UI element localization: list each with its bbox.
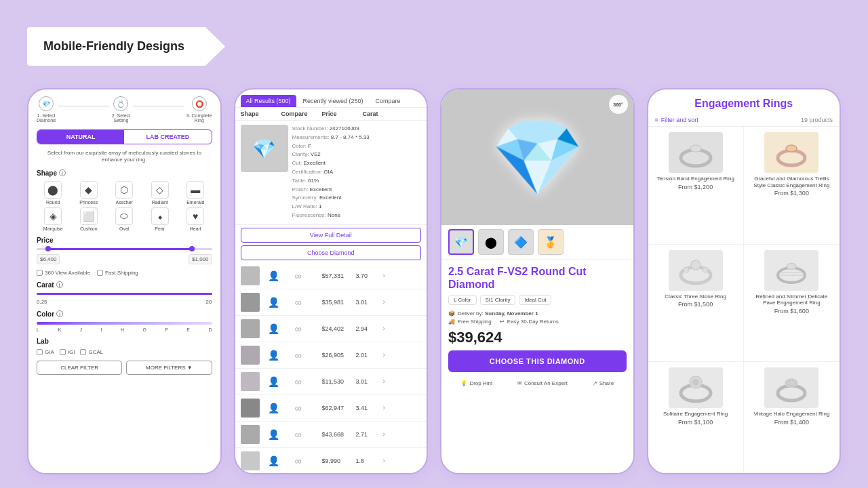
thumb-3[interactable]: 🔷 — [508, 229, 534, 255]
svg-point-14 — [778, 386, 805, 401]
ring-name-5: Solitaire Engagement Ring — [663, 411, 728, 418]
shape-oval[interactable]: ⬭ Oval — [108, 207, 141, 231]
diamond-image-area: 💎 360° — [441, 89, 633, 225]
shipping-row: 🚚 Free Shipping ↩ Easy 30-Day Returns — [448, 319, 627, 325]
ring-item-3[interactable]: Classic Three Stone Ring From $1,500 — [648, 245, 744, 363]
phone4-content: Engagement Rings ≡ Filter and sort 19 pr… — [648, 89, 840, 473]
consult-expert-action[interactable]: ✉ Consult An Expert — [517, 380, 568, 386]
color-slider[interactable] — [37, 322, 212, 325]
color-labels: L K J I H G F E D — [37, 327, 212, 332]
ring-name-6: Vintage Halo Engagement Ring — [753, 411, 829, 418]
price-max: $1,000 — [189, 254, 212, 264]
shape-marquise[interactable]: ◈ Marquise — [37, 207, 70, 231]
results-columns: Shape Compare Price Carat — [235, 108, 427, 121]
list-item[interactable]: 👤 ∞ $35,981 3.01 › — [235, 289, 427, 316]
diamond-image: 💎 — [491, 114, 584, 201]
shape-asscher[interactable]: ⬡ Asscher — [108, 181, 141, 205]
carat-info-icon: i — [56, 281, 63, 288]
thumb-2[interactable]: ⬤ — [478, 229, 504, 255]
svg-point-5 — [691, 260, 701, 270]
carat-slider[interactable] — [37, 293, 212, 295]
products-count: 19 products — [801, 117, 833, 123]
ring-item-4[interactable]: Refined and Slimmer Delicate Pave Engage… — [744, 245, 840, 363]
rings-grid: Tension Band Engagement Ring From $1,200… — [648, 127, 840, 473]
share-action[interactable]: ↗ Share — [593, 380, 614, 386]
price-range: $6,400 $1,000 — [37, 254, 212, 264]
list-item[interactable]: 👤 ∞ $11,530 3.01 › — [235, 369, 427, 395]
diamond-price: $39,624 — [448, 329, 627, 346]
ring-item-1[interactable]: Tension Band Engagement Ring From $1,200 — [648, 127, 744, 245]
checkbox-shipping[interactable]: Fast Shipping — [97, 270, 138, 276]
rings-title: Engagement Rings — [648, 89, 840, 114]
svg-point-3 — [786, 145, 797, 152]
page-title: Mobile-Friendly Designs — [43, 39, 184, 54]
view-full-detail-button[interactable]: View Full Detail — [241, 228, 422, 243]
detail-content: 2.5 Carat F-VS2 Round Cut Diamond L Colo… — [441, 260, 633, 473]
list-item[interactable]: 👤 ∞ $62,947 3.41 › — [235, 395, 427, 422]
svg-point-7 — [703, 267, 708, 272]
tab-compare[interactable]: Compare — [370, 95, 406, 107]
price-thumb-min[interactable] — [45, 246, 51, 251]
svg-rect-10 — [779, 272, 804, 275]
col-carat: Carat — [363, 110, 397, 117]
ring-name-1: Tension Band Engagement Ring — [656, 176, 734, 182]
natural-toggle[interactable]: NATURAL — [37, 130, 124, 144]
price-thumb-max[interactable] — [189, 246, 195, 251]
shape-heart[interactable]: ♥ Heart — [179, 207, 212, 231]
lab-created-toggle[interactable]: LAB CREATED — [124, 130, 211, 144]
list-item[interactable]: 👤 ∞ $43,668 2.71 › — [235, 422, 427, 448]
tab-all-results[interactable]: All Results (500) — [241, 95, 296, 107]
list-item[interactable]: 👤 ∞ $57,331 3.70 › — [235, 263, 427, 289]
step-connector-1 — [58, 106, 109, 106]
carat-section: Carat i 0.25 20 — [37, 281, 212, 305]
phone-filter: 💎 1. SelectDiamond 💍 2. SelectSetting ⭕ … — [27, 88, 222, 474]
lab-igi[interactable]: IGI — [60, 349, 75, 355]
results-list: 👤 ∞ $57,331 3.70 › 👤 ∞ $35,981 3.01 › 👤 — [235, 263, 427, 473]
badge-cut: Ideal Cut — [519, 295, 551, 305]
ring-name-2: Graceful and Glamorous Trellis Style Cla… — [749, 176, 834, 188]
lab-section: Lab GIA IGI GCAL — [37, 338, 212, 355]
svg-point-1 — [690, 145, 701, 152]
shape-section-title: Shape i — [37, 169, 212, 177]
rings-filter-bar: ≡ Filter and sort 19 products — [648, 114, 840, 127]
choose-diamond-button[interactable]: CHOOSE THIS DIAMOND — [448, 350, 627, 372]
detail-info: Stock Number: 2427106J09 Measurements: 8… — [292, 125, 370, 220]
shape-pear[interactable]: ⬥ Pear — [144, 207, 177, 231]
lab-gia[interactable]: GIA — [37, 349, 54, 355]
filter-sort-button[interactable]: ≡ Filter and sort — [655, 117, 698, 123]
phone3-content: 💎 360° 💎 ⬤ 🔷 🥇 2.5 Carat F-VS2 Round Cut… — [441, 89, 633, 473]
list-item[interactable]: 👤 ∞ $26,905 2.01 › — [235, 342, 427, 369]
ring-price-5: From $1,100 — [678, 419, 713, 426]
price-min: $6,400 — [37, 254, 60, 264]
price-slider[interactable] — [37, 248, 212, 250]
more-filters-button[interactable]: MORE FILTERS ▼ — [126, 361, 212, 375]
price-title: Price — [37, 237, 212, 244]
phone1-content: 💎 1. SelectDiamond 💍 2. SelectSetting ⭕ … — [28, 89, 220, 473]
ring-item-2[interactable]: Graceful and Glamorous Trellis Style Cla… — [744, 127, 840, 245]
phones-container: 💎 1. SelectDiamond 💍 2. SelectSetting ⭕ … — [27, 88, 841, 474]
thumb-4[interactable]: 🥇 — [538, 229, 564, 255]
shape-princess[interactable]: ◆ Princess — [73, 181, 106, 205]
delivery-info: 📦 Deliver by: Sunday, November 1 — [448, 310, 627, 317]
thumb-1[interactable]: 💎 — [448, 229, 474, 255]
step-3: ⭕ 3. CompleteRing — [186, 96, 212, 123]
shape-cushion[interactable]: ⬜ Cushion — [73, 207, 106, 231]
tab-recently-viewed[interactable]: Recently viewed (250) — [298, 95, 369, 107]
ring-item-6[interactable]: Vintage Halo Engagement Ring From $1,400 — [744, 362, 840, 473]
shape-emerald[interactable]: ▬ Emerald — [179, 181, 212, 205]
shape-radiant[interactable]: ◇ Radiant — [144, 181, 177, 205]
shape-round[interactable]: ⬤ Round — [37, 181, 70, 205]
svg-point-13 — [692, 379, 699, 386]
col-price: Price — [322, 110, 363, 117]
lab-options: GIA IGI GCAL — [37, 349, 212, 355]
lab-gcal[interactable]: GCAL — [80, 349, 103, 355]
list-item[interactable]: 👤 ∞ $24,402 2.94 › — [235, 316, 427, 342]
checkbox-360[interactable]: 360 View Available — [37, 270, 90, 276]
ring-item-5[interactable]: Solitaire Engagement Ring From $1,100 — [648, 362, 744, 473]
choose-diamond-button-sm[interactable]: Choose Diamond — [241, 245, 422, 260]
list-item[interactable]: 👤 ∞ $9,990 1.6 › — [235, 448, 427, 473]
clear-filter-button[interactable]: CLEAR FILTER — [37, 361, 122, 375]
diamond-type-toggle[interactable]: NATURAL LAB CREATED — [37, 129, 212, 144]
drop-hint-action[interactable]: 💡 Drop Hint — [460, 380, 492, 386]
color-info-icon: i — [56, 310, 63, 317]
